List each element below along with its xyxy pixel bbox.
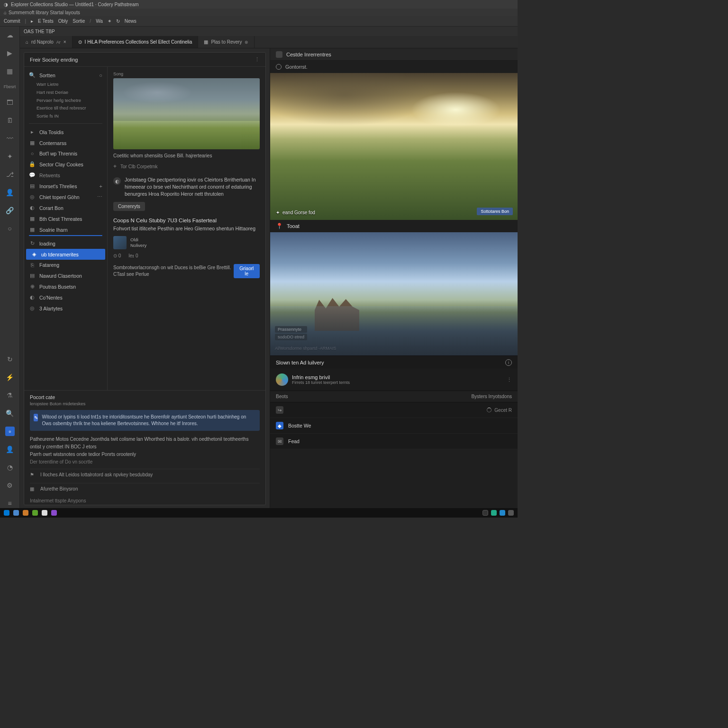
taskbar-app-4[interactable]	[32, 510, 38, 516]
landscape-thumbnail[interactable]	[113, 78, 260, 149]
taskbar-app-3[interactable]	[23, 510, 28, 516]
list-row-1[interactable]: ◆Bostte We	[270, 418, 518, 434]
nav-item-8[interactable]: ▦Bth Clest Thrreates	[24, 213, 107, 224]
toolbar-item-2[interactable]: E Tests	[38, 18, 54, 24]
profile-menu-icon[interactable]: ⋮	[507, 377, 512, 383]
nav-item-2[interactable]: ○Bot'l wp Thrennis	[24, 148, 107, 159]
strip-bolt-icon[interactable]: ⚡	[5, 373, 15, 382]
right-sub-dot-icon	[276, 64, 282, 70]
nav-item-13[interactable]: ▤Nawurd Clasertoon	[24, 270, 107, 281]
nav-item-7[interactable]: ◐Corart Bon	[24, 202, 107, 213]
toolbar-item-5[interactable]: Wa	[96, 18, 103, 24]
nav-item-4[interactable]: 💬Retwents	[24, 170, 107, 181]
strip-settings-icon[interactable]: ⚙	[5, 481, 15, 490]
console-title: Pocort cate	[30, 394, 260, 400]
console-panel: Pocort cate leropstee Boton mideteskes ✎…	[24, 390, 265, 505]
strip-lab-icon[interactable]: ⚗	[5, 391, 15, 400]
profile-sub: Firrets 18 tunret teerpert ternts	[292, 380, 350, 385]
nav-item-5-extra-icon[interactable]: +	[100, 183, 102, 189]
tray-3[interactable]	[500, 510, 505, 516]
tray-2[interactable]	[491, 510, 497, 516]
console-row-1-label: Afurethe Binysron	[40, 486, 78, 491]
nav-item-5[interactable]: ▤Inorset's Threlies+	[24, 181, 107, 191]
stat-b: leɪ 0	[128, 253, 138, 258]
strip-stack-icon[interactable]: ≡	[5, 499, 15, 508]
list-row-2[interactable]: ✉Fead	[270, 434, 518, 449]
tab-2[interactable]: ▦ Plas to Revery ⊗	[198, 36, 255, 48]
plus-icon[interactable]: +	[113, 163, 117, 170]
strip-calendar-icon[interactable]: 🗓	[5, 116, 15, 125]
os-taskbar	[0, 508, 518, 518]
nav-item-9-label: Soalrie Iharn	[39, 227, 68, 233]
tab-1[interactable]: ⊙ I HiLA Preferences Collections Sel Ell…	[73, 36, 199, 48]
taskbar-app-2[interactable]	[13, 510, 19, 516]
taskbar-app-6[interactable]	[51, 510, 57, 516]
nav-sub-3: Esertice till thed rebrescr	[24, 104, 107, 112]
nav-item-6[interactable]: ◎Chiet topenl Göhn⋯	[24, 191, 107, 202]
nav-item-3-label: Sector Clay Cookes	[39, 162, 83, 167]
console-tail: Intalnermet ttspte Anypons	[30, 497, 260, 505]
outer-tab-label[interactable]: OAS THE TBP	[24, 29, 55, 34]
tray-1[interactable]	[482, 510, 488, 516]
block1-button[interactable]: Correnryts	[113, 202, 145, 211]
nav-item-1[interactable]: ▦Conternarss	[24, 137, 107, 148]
hero2-tag-2: sodoDO etred	[275, 334, 307, 340]
right-midbar: Slown ten Ad luilvery i	[270, 355, 518, 369]
strip-refresh-icon[interactable]: ↻	[5, 355, 15, 364]
toolbar-item-8[interactable]: News	[125, 18, 136, 24]
nav-item-3[interactable]: 🔒Sector Clay Cookes	[24, 159, 107, 170]
hero-image-1[interactable]: ✦ eand Gorse fod Sottotares Bon	[270, 73, 518, 220]
block2-action-button[interactable]: Griaorl le	[234, 264, 260, 278]
home-icon[interactable]: ⌂	[4, 10, 7, 15]
taskbar-app-1[interactable]	[4, 510, 9, 516]
strip-wave-icon[interactable]: 〰	[5, 134, 15, 143]
nav-item-12[interactable]: ⎘Fatareng	[24, 260, 107, 270]
strip-doc-icon[interactable]: ▫	[5, 427, 15, 436]
toolbar-refresh-icon[interactable]: ↻	[116, 18, 120, 24]
list-row-0[interactable]: ↪Gecet R	[270, 402, 518, 418]
nav-item-10[interactable]: ↻loading	[24, 238, 107, 249]
strip-person-icon[interactable]: 👤	[5, 188, 15, 197]
nav-item-1-label: Conternarss	[39, 140, 66, 146]
hero1-badge[interactable]: Sottotares Bon	[477, 208, 513, 215]
nav-item-9[interactable]: ▦Soalrie Iharn	[24, 224, 107, 235]
right-midbar-label: Slown ten Ad luilvery	[276, 360, 324, 365]
tray-4[interactable]	[508, 510, 514, 516]
console-row-0[interactable]: ⚑ I lloches Alt Leidos lottalrotord ask …	[30, 469, 260, 480]
strip-user-icon[interactable]: 👤	[5, 445, 15, 454]
nav-search[interactable]: 🔍 Sortten ○	[24, 70, 107, 81]
toolbar-play-icon[interactable]: ▸	[31, 18, 33, 24]
nav-item-0[interactable]: ▸Ola Tosidis	[24, 127, 107, 137]
right-sub-label: Gontorrst.	[285, 64, 308, 70]
strip-cloud-icon[interactable]: ☁	[5, 30, 15, 40]
taskbar-app-5[interactable]	[42, 510, 47, 516]
tab-2-label: Plas to Revery	[211, 39, 242, 45]
strip-window-icon[interactable]: 🗔	[5, 98, 15, 107]
toolbar-item-3[interactable]: Obly	[58, 18, 68, 24]
strip-circle-icon[interactable]: ○	[5, 224, 15, 233]
tab-0[interactable]: ⌂ rd Naprolo Ar ×	[20, 36, 73, 48]
nav-item-12-icon: ⎘	[29, 262, 36, 268]
strip-graph-icon[interactable]: ✦	[5, 152, 15, 161]
panel-menu-icon[interactable]: ⋮	[255, 56, 260, 63]
nav-item-6-extra-icon[interactable]: ⋯	[97, 194, 102, 200]
info-circle-icon[interactable]: i	[505, 359, 512, 366]
strip-branch-icon[interactable]: ⎇	[5, 170, 15, 179]
console-row-1[interactable]: ▦ Afurethe Binysron	[30, 483, 260, 494]
nav-item-14[interactable]: ⊕Poutras Busetsn	[24, 281, 107, 292]
toolbar-star-icon[interactable]: ✶	[108, 18, 111, 24]
strip-board-icon[interactable]: ▦	[5, 66, 15, 76]
list-row-2-label: Fead	[288, 438, 300, 444]
tab-0-close-icon[interactable]: ×	[64, 39, 66, 45]
tab-0-icon: ⌂	[26, 39, 28, 45]
nav-item-15[interactable]: ◐Co'Nentes	[24, 292, 107, 303]
hero-image-2[interactable]: Prassennyte sodoDO etred Al/Worsdorme sh…	[270, 232, 518, 355]
nav-item-16[interactable]: ◎3 Alartytes	[24, 303, 107, 314]
nav-item-11[interactable]: ◈ub tdenramerites	[26, 249, 105, 260]
toolbar-item-0[interactable]: Commit	[4, 18, 20, 24]
strip-db-icon[interactable]: ◔	[5, 463, 15, 472]
toolbar-item-4[interactable]: Sortie	[73, 18, 85, 24]
strip-link-icon[interactable]: 🔗	[5, 206, 15, 215]
strip-search-icon[interactable]: 🔍	[5, 409, 15, 418]
strip-run-icon[interactable]: ▶	[5, 48, 15, 58]
